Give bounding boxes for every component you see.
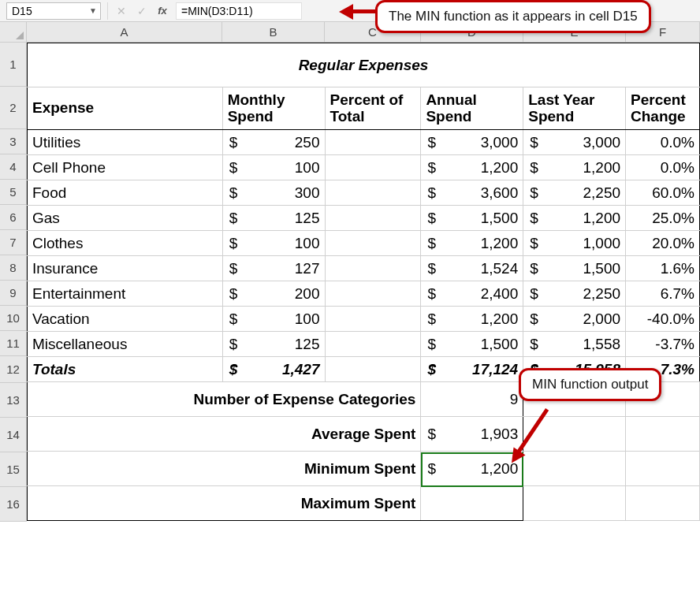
cell-annual[interactable]: $1,200	[421, 307, 523, 332]
cell-pct-change[interactable]: 0.0%	[626, 155, 700, 180]
summary-label[interactable]: Average Spent	[28, 417, 421, 452]
cell-pct-change[interactable]: -40.0%	[626, 307, 700, 332]
cell-expense[interactable]: Insurance	[28, 256, 223, 281]
cell-annual[interactable]: $1,500	[421, 206, 523, 231]
cell-monthly[interactable]: $100	[222, 155, 325, 180]
cell-expense[interactable]: Gas	[28, 206, 223, 231]
cell-lastyear[interactable]: $1,200	[523, 155, 626, 180]
cell-lastyear[interactable]: $2,250	[523, 180, 626, 206]
cell-expense[interactable]: Miscellaneous	[28, 332, 223, 357]
cell-monthly[interactable]: $127	[222, 256, 325, 281]
empty-cell[interactable]	[523, 452, 626, 486]
summary-label[interactable]: Number of Expense Categories	[28, 382, 421, 417]
cell-lastyear[interactable]: $1,000	[523, 231, 626, 256]
totals-monthly[interactable]: $1,427	[222, 357, 325, 382]
cell-pct-change[interactable]: 25.0%	[626, 206, 700, 231]
totals-pct-total[interactable]	[325, 357, 421, 382]
cell-expense[interactable]: Vacation	[28, 307, 223, 332]
enter-icon[interactable]: ✓	[132, 2, 152, 20]
cell-expense[interactable]: Cell Phone	[28, 155, 223, 180]
col-header-A[interactable]: A	[27, 22, 222, 43]
summary-value[interactable]: $1,903	[421, 417, 523, 452]
header-monthly[interactable]: Monthly Spend	[222, 87, 325, 130]
cell-lastyear[interactable]: $2,250	[523, 281, 626, 307]
cell-expense[interactable]: Food	[28, 180, 223, 206]
cell-monthly[interactable]: $300	[222, 180, 325, 206]
cell-pct-total[interactable]	[325, 155, 421, 180]
cell-annual[interactable]: $3,600	[421, 180, 523, 206]
cell-monthly[interactable]: $125	[222, 332, 325, 357]
cell-monthly[interactable]: $250	[222, 130, 325, 155]
cell-expense[interactable]: Entertainment	[28, 281, 223, 307]
row-header[interactable]: 9	[0, 281, 27, 306]
empty-cell[interactable]	[523, 486, 626, 521]
cell-lastyear[interactable]: $1,200	[523, 206, 626, 231]
cell-monthly[interactable]: $200	[222, 281, 325, 307]
cell-annual[interactable]: $3,000	[421, 130, 523, 155]
header-expense[interactable]: Expense	[28, 87, 223, 130]
cell-pct-change[interactable]: 60.0%	[626, 180, 700, 206]
cell-pct-total[interactable]	[325, 332, 421, 357]
cell-pct-change[interactable]: -3.7%	[626, 332, 700, 357]
summary-value[interactable]	[421, 486, 523, 521]
cell-pct-total[interactable]	[325, 180, 421, 206]
cell-annual[interactable]: $1,200	[421, 231, 523, 256]
cell-annual[interactable]: $1,200	[421, 155, 523, 180]
cell-expense[interactable]: Clothes	[28, 231, 223, 256]
summary-label[interactable]: Minimum Spent	[28, 452, 421, 486]
row-header[interactable]: 7	[0, 230, 27, 255]
cell-lastyear[interactable]: $3,000	[523, 130, 626, 155]
select-all-triangle[interactable]	[0, 22, 27, 43]
empty-cell[interactable]	[626, 452, 700, 486]
cell-pct-change[interactable]: 6.7%	[626, 281, 700, 307]
cell-pct-change[interactable]: 0.0%	[626, 130, 700, 155]
row-header[interactable]: 10	[0, 306, 27, 331]
cell-pct-total[interactable]	[325, 130, 421, 155]
row-header[interactable]: 12	[0, 356, 27, 383]
cell-pct-total[interactable]	[325, 281, 421, 307]
cell-pct-change[interactable]: 1.6%	[626, 256, 700, 281]
cell-pct-change[interactable]: 20.0%	[626, 231, 700, 256]
empty-cell[interactable]	[626, 486, 700, 521]
row-header[interactable]: 11	[0, 331, 27, 356]
cancel-icon[interactable]: ✕	[111, 2, 132, 20]
cell-expense[interactable]: Utilities	[28, 130, 223, 155]
summary-value[interactable]: 9	[421, 382, 523, 417]
header-annual[interactable]: Annual Spend	[421, 87, 523, 130]
chevron-down-icon[interactable]: ▼	[89, 6, 97, 15]
row-header[interactable]: 14	[0, 418, 27, 452]
fx-icon[interactable]: fx	[152, 2, 173, 20]
totals-label[interactable]: Totals	[28, 357, 223, 382]
cell-lastyear[interactable]: $1,558	[523, 332, 626, 357]
row-header[interactable]: 6	[0, 205, 27, 230]
row-header[interactable]: 4	[0, 154, 27, 180]
cell-monthly[interactable]: $125	[222, 206, 325, 231]
cell-lastyear[interactable]: $1,500	[523, 256, 626, 281]
row-header[interactable]: 15	[0, 452, 27, 487]
row-header[interactable]: 5	[0, 180, 27, 205]
row-header[interactable]: 2	[0, 87, 27, 129]
cell-pct-total[interactable]	[325, 256, 421, 281]
cell-annual[interactable]: $1,524	[421, 256, 523, 281]
cell-monthly[interactable]: $100	[222, 307, 325, 332]
formula-input[interactable]: =MIN(D3:D11)	[176, 2, 302, 20]
totals-annual[interactable]: $17,124	[421, 357, 523, 382]
row-header[interactable]: 8	[0, 255, 27, 281]
cell-pct-total[interactable]	[325, 231, 421, 256]
row-header[interactable]: 13	[0, 383, 27, 418]
summary-label[interactable]: Maximum Spent	[28, 486, 421, 521]
cell-pct-total[interactable]	[325, 307, 421, 332]
row-header[interactable]: 1	[0, 43, 27, 87]
cell-pct-total[interactable]	[325, 206, 421, 231]
header-pct-change[interactable]: Percent Change	[626, 87, 700, 130]
row-header[interactable]: 16	[0, 487, 27, 522]
cell-monthly[interactable]: $100	[222, 231, 325, 256]
cell-annual[interactable]: $2,400	[421, 281, 523, 307]
header-lastyear[interactable]: Last Year Spend	[523, 87, 626, 130]
sheet-title[interactable]: Regular Expenses	[28, 43, 700, 87]
header-pct-total[interactable]: Percent of Total	[325, 87, 421, 130]
row-header[interactable]: 3	[0, 129, 27, 154]
cell-lastyear[interactable]: $2,000	[523, 307, 626, 332]
name-box[interactable]: D15 ▼	[6, 2, 101, 20]
empty-cell[interactable]	[626, 417, 700, 452]
